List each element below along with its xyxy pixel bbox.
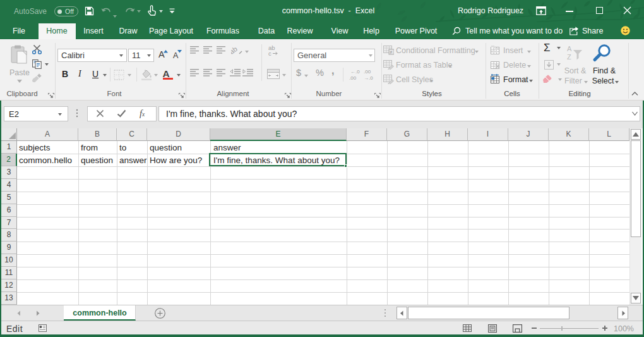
svg-text:A: A (567, 45, 572, 52)
svg-text:.00: .00 (349, 75, 357, 81)
svg-text:←.0: ←.0 (350, 69, 360, 75)
svg-text:.00: .00 (364, 69, 371, 75)
svg-text:Z: Z (567, 53, 571, 61)
svg-text:ab: ab (231, 46, 239, 56)
svg-text:→.0: →.0 (364, 75, 373, 81)
svg-text:≠: ≠ (390, 50, 393, 54)
svg-text:c: c (268, 50, 271, 56)
